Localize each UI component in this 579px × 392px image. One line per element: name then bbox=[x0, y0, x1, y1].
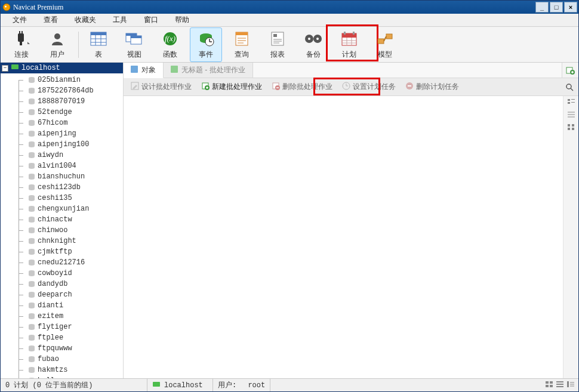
database-icon bbox=[28, 109, 35, 116]
toolbar-event[interactable]: 事件 bbox=[190, 27, 222, 62]
db-name: ftpquwww bbox=[38, 344, 72, 353]
tree-item[interactable]: cnedu212716 bbox=[1, 257, 123, 268]
database-icon bbox=[28, 162, 35, 169]
maximize-button[interactable]: □ bbox=[550, 2, 563, 13]
tree-item[interactable]: ceshi123db bbox=[1, 182, 123, 193]
tree-item[interactable]: 025bianmin bbox=[1, 75, 123, 85]
tree-item[interactable]: ezitem bbox=[1, 311, 123, 322]
tree-item[interactable]: fubao bbox=[1, 354, 123, 365]
search-button[interactable] bbox=[563, 81, 576, 94]
toolbar-query[interactable]: 查询 bbox=[226, 27, 258, 62]
tree-item[interactable]: aipenjing100 bbox=[1, 139, 123, 150]
db-name: cnedu212716 bbox=[38, 258, 85, 267]
menu-favorites[interactable]: 收藏夹 bbox=[66, 14, 104, 26]
close-button[interactable]: × bbox=[564, 2, 577, 13]
database-list[interactable]: 025bianmin18752267864db1888870701952tend… bbox=[1, 73, 123, 378]
view-icons-icon[interactable] bbox=[545, 381, 553, 390]
toolbar-connect[interactable]: 连接 bbox=[5, 27, 38, 62]
minimize-button[interactable]: _ bbox=[535, 2, 549, 13]
tree-item[interactable]: 18888707019 bbox=[1, 96, 123, 107]
menu-help[interactable]: 帮助 bbox=[167, 14, 198, 26]
query-icon bbox=[232, 30, 251, 48]
database-icon bbox=[28, 323, 35, 331]
svg-rect-40 bbox=[344, 32, 346, 35]
svg-rect-110 bbox=[572, 128, 574, 130]
tree-item[interactable]: chinwoo bbox=[1, 225, 123, 236]
db-name: helloc bbox=[38, 376, 63, 378]
tree-item[interactable]: bianshuchun bbox=[1, 171, 123, 182]
toolbar-model[interactable]: 模型 bbox=[369, 27, 401, 62]
db-name: ceshi123db bbox=[38, 183, 81, 192]
menu-view[interactable]: 查看 bbox=[35, 14, 66, 26]
tree-item[interactable]: cowboyid bbox=[1, 268, 123, 279]
tab-objects[interactable]: 对象 bbox=[124, 63, 164, 78]
tree-item[interactable]: chinactw bbox=[1, 214, 123, 225]
db-name: alvin1004 bbox=[38, 162, 76, 170]
svg-rect-4 bbox=[21, 31, 23, 34]
database-icon bbox=[28, 152, 35, 159]
svg-point-35 bbox=[308, 38, 310, 40]
svg-point-37 bbox=[316, 38, 319, 40]
menu-window[interactable]: 窗口 bbox=[135, 14, 167, 26]
toolbar-function[interactable]: f(x) 函数 bbox=[154, 27, 186, 62]
tree-item[interactable]: 18752267864db bbox=[1, 85, 123, 96]
status-count: 0 计划 (0 位于当前的组) bbox=[1, 379, 147, 391]
action-design-batch[interactable]: 设计批处理作业 bbox=[127, 81, 195, 93]
toolbar-user[interactable]: 用户 bbox=[41, 27, 73, 62]
menu-file[interactable]: 文件 bbox=[4, 14, 35, 26]
toolbar-backup[interactable]: 备份 bbox=[297, 27, 329, 62]
tree-item[interactable]: ceshi135 bbox=[1, 193, 123, 203]
backup-icon bbox=[304, 30, 323, 48]
database-icon bbox=[28, 356, 35, 363]
tree-item[interactable]: helloc bbox=[1, 375, 123, 378]
db-name: fubao bbox=[38, 355, 59, 363]
tree-item[interactable]: alvin1004 bbox=[1, 160, 123, 171]
menu-tools[interactable]: 工具 bbox=[104, 14, 135, 26]
action-set-schedule[interactable]: 设置计划任务 bbox=[338, 81, 399, 93]
tree-item[interactable]: aiwydn bbox=[1, 150, 123, 160]
toolbar-view[interactable]: 视图 bbox=[118, 27, 150, 62]
view-grid-button[interactable] bbox=[566, 123, 576, 133]
tree-item[interactable]: cjmktftp bbox=[1, 246, 123, 257]
svg-rect-119 bbox=[567, 381, 569, 387]
action-new-batch[interactable]: 新建批处理作业 bbox=[198, 81, 266, 93]
action-delete-schedule[interactable]: 删除计划任务 bbox=[402, 81, 463, 93]
db-name: deeparch bbox=[38, 291, 72, 299]
tree-item[interactable]: ftplee bbox=[1, 332, 123, 343]
db-name: aiwydn bbox=[38, 151, 63, 159]
view-list-icon[interactable] bbox=[556, 381, 564, 390]
tree-item[interactable]: 67hicom bbox=[1, 118, 123, 128]
tree-item[interactable]: ftpquwww bbox=[1, 343, 123, 354]
db-name: bianshuchun bbox=[38, 172, 85, 181]
database-icon bbox=[28, 259, 35, 266]
tree-item[interactable]: deeparch bbox=[1, 289, 123, 300]
view-list-button[interactable] bbox=[566, 98, 576, 108]
tree-item[interactable]: aipenjing bbox=[1, 128, 123, 139]
tree-item[interactable]: hakmtzs bbox=[1, 365, 123, 375]
svg-rect-2 bbox=[18, 33, 24, 42]
toolbar-report[interactable]: 报表 bbox=[261, 27, 294, 62]
database-icon bbox=[28, 237, 35, 245]
svg-rect-5 bbox=[20, 42, 22, 45]
svg-rect-112 bbox=[546, 381, 549, 384]
connection-tree: − localhost 025bianmin18752267864db18888… bbox=[1, 63, 124, 378]
tree-item[interactable]: flytiger bbox=[1, 322, 123, 332]
svg-marker-6 bbox=[27, 42, 30, 44]
tree-item[interactable]: chengxunjian bbox=[1, 203, 123, 214]
db-name: ezitem bbox=[38, 312, 63, 320]
tree-item[interactable]: dianti bbox=[1, 300, 123, 311]
view-details-button[interactable] bbox=[566, 110, 576, 121]
toolbar-plan[interactable]: 计划 bbox=[333, 27, 365, 62]
tree-root-localhost[interactable]: − localhost bbox=[1, 63, 123, 73]
view-detail-icon[interactable] bbox=[566, 381, 575, 390]
svg-point-1 bbox=[5, 6, 7, 8]
tree-item[interactable]: chnknight bbox=[1, 236, 123, 246]
tree-item[interactable]: dandydb bbox=[1, 279, 123, 289]
toolbar-table[interactable]: 表 bbox=[82, 27, 115, 62]
collapse-icon[interactable]: − bbox=[2, 65, 8, 72]
tree-item[interactable]: 52tendge bbox=[1, 107, 123, 118]
tab-untitled-batch[interactable]: 无标题 - 批处理作业 bbox=[164, 63, 253, 78]
svg-rect-25 bbox=[236, 32, 248, 35]
new-tab-button[interactable] bbox=[562, 63, 578, 78]
action-delete-batch[interactable]: 删除批处理作业 bbox=[268, 81, 336, 93]
